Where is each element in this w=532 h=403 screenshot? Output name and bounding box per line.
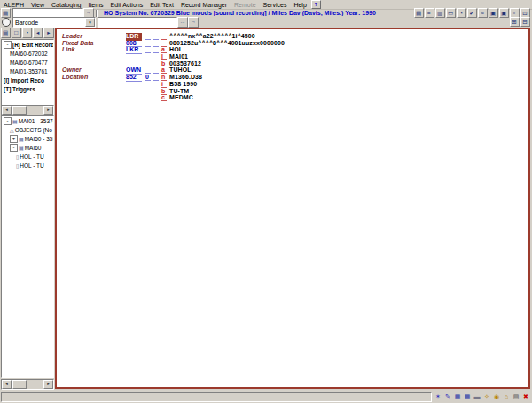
menu-item-record-manager[interactable]: Record Manager: [177, 2, 231, 8]
item-bar-icon[interactable]: [2, 18, 11, 27]
tree-item-mai01-353761[interactable]: MAI01-353761: [2, 67, 53, 75]
copy-record-icon[interactable]: □: [12, 28, 21, 38]
refresh-icon[interactable]: ✶: [434, 392, 442, 401]
tree-item-i-import-reco[interactable]: [I] Import Reco: [2, 75, 53, 84]
marc-record-editor[interactable]: LeaderLDR^^^^^nx^^a22^^^^^1i^4500Fixed D…: [55, 28, 530, 389]
prev-record-icon[interactable]: ◂: [33, 28, 43, 38]
home-icon[interactable]: ⌂: [502, 392, 511, 401]
subfield-value[interactable]: TU-TM: [169, 88, 189, 95]
tree-item-label: MAI50 - 3537: [25, 136, 54, 142]
subfield-value[interactable]: M1366.D38: [169, 74, 202, 81]
close-icon[interactable]: ✖: [521, 392, 530, 401]
scrollbar-thumb[interactable]: [12, 106, 27, 115]
tree-item-mai60[interactable]: -▤MAI60: [2, 143, 53, 152]
tree-item-objects-no[interactable]: △OBJECTS (No: [2, 125, 53, 134]
next-record-icon[interactable]: ▸: [43, 28, 53, 38]
subfield-code[interactable]: c: [161, 94, 167, 101]
functions-tree-scrollbar[interactable]: ◂ ▸: [1, 105, 54, 115]
page-icon: ▯: [16, 154, 19, 160]
show-record-icon[interactable]: ▤: [1, 28, 11, 38]
marc-field-line: LinkLKRaHOL: [57, 46, 528, 53]
field-label: Leader: [62, 33, 124, 40]
chevron-down-icon[interactable]: ▾: [85, 18, 95, 27]
barcode-input[interactable]: [98, 17, 177, 28]
menu-item-edit-actions[interactable]: Edit Actions: [107, 2, 147, 8]
subfield-value[interactable]: TUHOL: [169, 67, 192, 74]
book-icon: ▤: [12, 118, 18, 124]
record-tree-icon[interactable]: ≡: [425, 8, 434, 18]
tree-item-hol-tu[interactable]: ▯HOL - TU: [2, 161, 53, 170]
printer-icon[interactable]: ▤: [512, 392, 520, 401]
menu-item-items[interactable]: Items: [84, 2, 106, 8]
scroll-left-icon[interactable]: ◂: [2, 380, 12, 389]
view-in-search-icon[interactable]: ⊞: [510, 17, 520, 27]
subfield-value[interactable]: ^^^^^nx^^a22^^^^^1i^4500: [169, 33, 255, 40]
tree-item-label: MAI60-670477: [10, 59, 48, 66]
divider: [96, 10, 98, 17]
check-record-icon[interactable]: ✔: [467, 8, 477, 18]
derive-record-icon[interactable]: ≈: [478, 8, 488, 18]
lock-icon[interactable]: ◉: [492, 392, 501, 401]
tree-item-mai60-670477[interactable]: MAI60-670477: [2, 58, 53, 67]
subfield-value[interactable]: B58 1990: [169, 81, 197, 88]
split-editor-icon[interactable]: ▥: [435, 8, 445, 18]
window-icon[interactable]: ▬: [473, 392, 481, 401]
collapse-icon[interactable]: -: [4, 41, 12, 49]
submit-arrow-icon[interactable]: →: [188, 17, 199, 28]
menu-item-view[interactable]: View: [27, 2, 48, 8]
expand-editor-icon[interactable]: ▭: [446, 8, 456, 18]
menu-item-help[interactable]: Help: [290, 2, 309, 8]
database-icon[interactable]: ▦: [453, 392, 462, 401]
tree-item-mai01-3537612[interactable]: -▤MAI01 - 3537612: [2, 116, 53, 125]
help-icon[interactable]: ?: [311, 0, 321, 9]
menu-item-edit-text[interactable]: Edit Text: [146, 2, 177, 8]
record-tree-scrollbar[interactable]: ◂ ▸: [1, 379, 54, 390]
tree-item-hol-tu[interactable]: ▯HOL - TU: [2, 152, 53, 161]
menu-item-remote[interactable]: Remote: [231, 2, 260, 8]
marc-field-line: bTU-TM: [57, 88, 528, 95]
subfield-value[interactable]: 0801252u^^^^8^^^4001uuzxx0000000: [169, 40, 285, 47]
collapse-icon[interactable]: -: [10, 144, 18, 152]
refresh-record-icon[interactable]: ⊟: [520, 17, 530, 27]
menu-item-services[interactable]: Services: [260, 2, 291, 8]
status-icons: ✶✎▦▦▬✧◉⌂▤✖: [433, 389, 530, 403]
menu-item-aleph[interactable]: ALEPH: [0, 2, 27, 8]
field-label: Fixed Data: [62, 40, 124, 47]
scroll-right-icon[interactable]: ▸: [43, 380, 53, 389]
tree-item-t-triggers[interactable]: [T] Triggers: [2, 84, 53, 93]
subfield-value[interactable]: HOL: [169, 46, 183, 53]
marc-field-line: LeaderLDR^^^^^nx^^a22^^^^^1i^4500: [57, 33, 528, 40]
subfield-value[interactable]: MEDMC: [169, 94, 193, 101]
scrollbar-thumb[interactable]: [12, 380, 27, 389]
page-icon: ▯: [16, 162, 19, 169]
subfield-value[interactable]: 003537612: [169, 60, 201, 67]
save-server-icon[interactable]: ▣: [489, 8, 498, 18]
key-icon[interactable]: ✧: [482, 392, 491, 401]
open-template-icon[interactable]: ▤: [414, 8, 424, 18]
refresh-tree-icon[interactable]: ◔: [22, 28, 32, 38]
database-alt-icon[interactable]: ▦: [463, 392, 472, 401]
edit-mode-icon[interactable]: ✎: [443, 392, 452, 401]
book-icon: ▤: [19, 136, 24, 142]
record-toolbar: ▤ → HO System No. 6720329 Blue moods [so…: [0, 9, 532, 17]
tree-item-label: MAI60: [25, 145, 42, 151]
tree-item-label: HOL - TU: [20, 154, 43, 160]
subfield-value[interactable]: MAI01: [169, 53, 188, 60]
marc-field-line: Location8520hM1366.D38: [57, 74, 528, 81]
tree-item-mai60-672032[interactable]: MAI60-672032: [2, 49, 53, 58]
tree-item-label: HOL - TU: [20, 162, 43, 169]
browse-button[interactable]: ...: [177, 17, 188, 28]
tree-item-mai50-3537[interactable]: +▤MAI50 - 3537: [2, 134, 53, 143]
field-label: Location: [62, 74, 124, 81]
expand-icon[interactable]: +: [10, 135, 18, 143]
search-type-select[interactable]: Barcode ▾: [12, 17, 96, 28]
tree-item-label: MAI60-672032: [10, 51, 48, 57]
collapse-icon[interactable]: -: [4, 117, 12, 125]
save-local-icon[interactable]: ▣: [499, 8, 509, 18]
menu-item-cataloging[interactable]: Cataloging: [48, 2, 84, 8]
tree-item-r-edit-records[interactable]: -[R] Edit Records: [2, 40, 53, 49]
tree-item-label: MAI01-353761: [10, 68, 48, 75]
scroll-left-icon[interactable]: ◂: [2, 106, 12, 115]
scroll-right-icon[interactable]: ▸: [43, 106, 53, 115]
history-icon[interactable]: ◔: [457, 8, 466, 18]
